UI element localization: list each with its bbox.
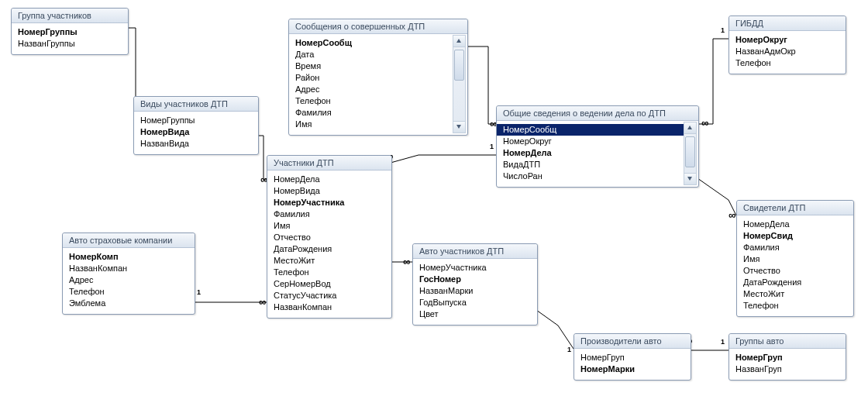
table-t10[interactable]: Производители автоНомерГрупНомерМарки: [574, 333, 691, 381]
table-t2[interactable]: Виды участников ДТПНомерГруппыНомерВидаН…: [133, 96, 259, 155]
field[interactable]: Дата: [295, 49, 450, 60]
svg-text:∞: ∞: [728, 209, 735, 221]
field[interactable]: Отчество: [743, 265, 847, 277]
field[interactable]: НомерСообщ: [295, 37, 450, 49]
field[interactable]: ДатаРождения: [274, 243, 385, 255]
table-title: Свидетели ДТП: [737, 201, 853, 215]
svg-text:∞: ∞: [403, 256, 410, 267]
scroll-down-icon[interactable]: [453, 121, 465, 133]
field[interactable]: НомерГруп: [735, 352, 839, 363]
table-t9[interactable]: Свидетели ДТПНомерДелаНомерСвидФамилияИм…: [736, 200, 854, 317]
table-body: НомерГруппыНазванГруппы: [12, 23, 128, 54]
table-body: НомерСообщДатаВремяРайонАдресТелефонФами…: [289, 34, 467, 135]
table-title: Сообщения о совершенных ДТП: [289, 19, 467, 34]
field[interactable]: НомерУчастника: [274, 197, 385, 208]
field[interactable]: Телефон: [274, 267, 385, 278]
table-body: НомерГруппыНомерВидаНазванВида: [134, 112, 258, 154]
table-t6[interactable]: Участники ДТПНомерДелаНомерВидаНомерУчас…: [267, 155, 392, 319]
field[interactable]: НомерОкруг: [735, 34, 839, 46]
scroll-thumb[interactable]: [454, 50, 464, 81]
field[interactable]: НазванМарки: [419, 285, 531, 297]
field[interactable]: ГосНомер: [419, 274, 531, 285]
scrollbar[interactable]: [453, 35, 466, 133]
field[interactable]: СерНомерВод: [274, 278, 385, 290]
diagram-canvas: { "tables": { "t1": {"title":"Группа уча…: [0, 0, 868, 403]
svg-text:∞: ∞: [701, 117, 708, 129]
field[interactable]: НомерУчастника: [419, 262, 531, 274]
field[interactable]: Цвет: [419, 308, 531, 320]
field[interactable]: Время: [295, 60, 450, 72]
field[interactable]: МестоЖит: [743, 288, 847, 300]
svg-text:∞: ∞: [259, 296, 266, 308]
field[interactable]: НомерМарки: [580, 363, 684, 375]
field[interactable]: Имя: [274, 220, 385, 232]
field[interactable]: Телефон: [735, 57, 839, 69]
field[interactable]: Эмблема: [69, 298, 188, 309]
table-body: НомерСообщНомерОкругНомерДелаВидаДТПЧисл…: [497, 121, 698, 187]
field[interactable]: Имя: [743, 253, 847, 265]
field[interactable]: НазванАдмОкр: [735, 46, 839, 57]
table-title: Авто страховые компании: [63, 233, 195, 248]
scroll-down-icon[interactable]: [684, 173, 696, 184]
scrollbar[interactable]: [684, 122, 697, 185]
table-title: Общие сведения о ведении дела по ДТП: [497, 106, 698, 121]
field[interactable]: Имя: [295, 119, 450, 130]
field[interactable]: НомерВида: [140, 126, 252, 138]
table-t5[interactable]: ГИБДДНомерОкругНазванАдмОкрТелефон: [728, 16, 846, 74]
field[interactable]: Отчество: [274, 232, 385, 243]
table-t7[interactable]: Авто страховые компанииНомерКомпНазванКо…: [62, 232, 195, 315]
field[interactable]: Фамилия: [274, 208, 385, 220]
field[interactable]: Фамилия: [743, 242, 847, 253]
field[interactable]: НомерДела: [274, 174, 385, 185]
table-title: Виды участников ДТП: [134, 97, 258, 112]
field[interactable]: ЧислоРан: [503, 170, 681, 182]
field[interactable]: НомерСообщ: [497, 124, 687, 136]
field[interactable]: НазванВида: [140, 138, 252, 150]
field[interactable]: ВидаДТП: [503, 159, 681, 170]
svg-text:1: 1: [721, 338, 725, 346]
table-body: НомерГрупНомерМарки: [574, 349, 691, 380]
field[interactable]: Район: [295, 72, 450, 84]
table-t1[interactable]: Группа участниковНомерГруппыНазванГруппы: [11, 8, 129, 55]
field[interactable]: Адрес: [295, 84, 450, 95]
scroll-up-icon[interactable]: [453, 36, 465, 47]
field[interactable]: НомерСвид: [743, 230, 847, 242]
table-t11[interactable]: Группы автоНомерГрупНазванГруп: [728, 333, 846, 381]
field[interactable]: НомерДела: [743, 219, 847, 230]
table-title: ГИБДД: [729, 16, 846, 31]
table-body: НомерОкругНазванАдмОкрТелефон: [729, 31, 846, 74]
table-title: Авто участников ДТП: [413, 244, 537, 259]
field[interactable]: НазванГруппы: [18, 38, 122, 50]
field[interactable]: НомерВида: [274, 185, 385, 197]
field[interactable]: НомерГруп: [580, 352, 684, 363]
field[interactable]: ГодВыпуска: [419, 297, 531, 308]
field[interactable]: НомерОкруг: [503, 136, 681, 147]
table-body: НомерКомпНазванКомпанАдресТелефонЭмблема: [63, 248, 195, 314]
field[interactable]: НазванКомпан: [69, 263, 188, 274]
field[interactable]: Адрес: [69, 274, 188, 286]
field[interactable]: НомерКомп: [69, 251, 188, 263]
field[interactable]: НазванКомпан: [274, 301, 385, 313]
field[interactable]: НомерДела: [503, 147, 681, 159]
scroll-thumb[interactable]: [685, 136, 695, 167]
field[interactable]: Телефон: [295, 95, 450, 107]
field[interactable]: ДатаРождения: [743, 277, 847, 288]
scroll-up-icon[interactable]: [684, 122, 696, 134]
field[interactable]: СтатусУчастика: [274, 290, 385, 301]
table-title: Группа участников: [12, 9, 128, 23]
field[interactable]: НазванГруп: [735, 363, 839, 375]
field[interactable]: Телефон: [69, 286, 188, 298]
table-title: Участники ДТП: [267, 156, 391, 170]
table-t8[interactable]: Авто участников ДТПНомерУчастникаГосНоме…: [412, 243, 538, 326]
table-t3[interactable]: Сообщения о совершенных ДТПНомерСообщДат…: [288, 19, 468, 136]
field[interactable]: Телефон: [743, 300, 847, 312]
table-body: НомерГрупНазванГруп: [729, 349, 846, 380]
table-title: Группы авто: [729, 334, 846, 349]
table-body: НомерДелаНомерВидаНомерУчастникаФамилияИ…: [267, 170, 391, 318]
table-t4[interactable]: Общие сведения о ведении дела по ДТПНоме…: [496, 105, 699, 188]
field[interactable]: Фамилия: [295, 107, 450, 119]
field[interactable]: НомерГруппы: [18, 26, 122, 38]
field[interactable]: НомерГруппы: [140, 115, 252, 126]
field[interactable]: МестоЖит: [274, 255, 385, 267]
svg-text:1: 1: [197, 288, 201, 296]
